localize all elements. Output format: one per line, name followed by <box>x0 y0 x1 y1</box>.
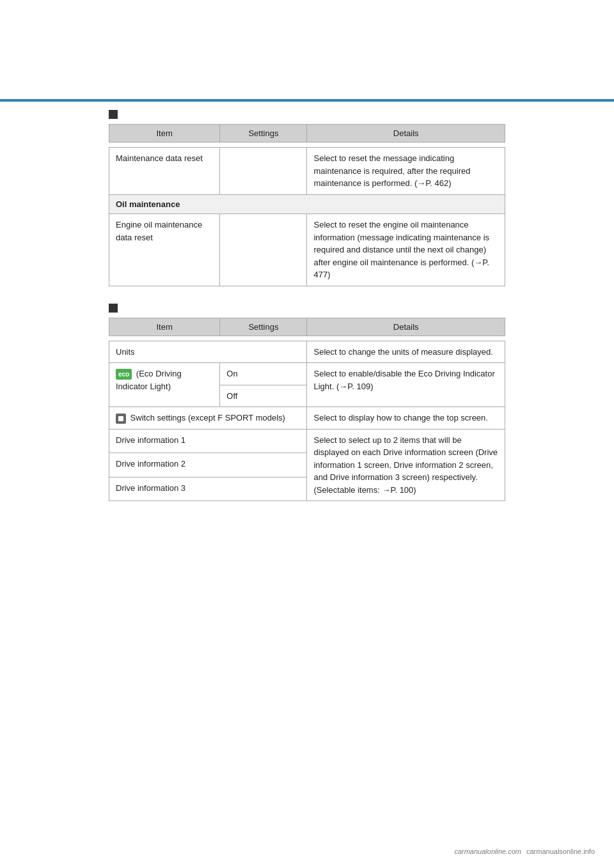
section-2-bullet <box>109 302 505 313</box>
table-row: Switch settings (except F SPORT models) … <box>109 407 505 430</box>
cell-drive-info-1: Drive information 1 <box>109 429 307 453</box>
bullet-icon-1 <box>109 110 118 119</box>
table-row <box>109 336 505 341</box>
header-details-2: Details <box>307 318 505 336</box>
bullet-icon-2 <box>109 304 118 313</box>
header-item-1: Item <box>109 125 220 143</box>
header-item-2: Item <box>109 318 220 336</box>
cell-details: Select to change the units of measure di… <box>307 341 505 363</box>
cell-item: Maintenance data reset <box>109 148 220 195</box>
top-accent-line <box>0 99 614 102</box>
header-details-1: Details <box>307 125 505 143</box>
cell-settings-off: Off <box>220 385 307 407</box>
section-2-table: Item Settings Details Units Select to ch… <box>109 318 505 502</box>
cell-eco-driving: eco (Eco Driving Indicator Light) <box>109 363 220 407</box>
cell-settings <box>220 214 307 286</box>
table-row: Engine oil maintenance data reset Select… <box>109 214 505 286</box>
cell-section-header: Oil maintenance <box>109 194 505 214</box>
cell-switch-settings: Switch settings (except F SPORT models) <box>109 407 307 430</box>
cell-details-switch: Select to display how to change the top … <box>307 407 505 430</box>
header-settings-2: Settings <box>220 318 307 336</box>
watermark-bar: carmanualonline.com carmanualsonline.inf… <box>454 848 595 855</box>
cell-details-eco: Select to enable/disable the Eco Driving… <box>307 363 505 407</box>
section-1: Item Settings Details Maintenance data r… <box>109 109 505 286</box>
cell-settings-on: On <box>220 363 307 385</box>
table-row: Units Select to change the units of meas… <box>109 341 505 363</box>
cell-details-drive-info: Select to select up to 2 items that will… <box>307 429 505 501</box>
table-row: Drive information 1 Select to select up … <box>109 429 505 453</box>
cell-drive-info-3: Drive information 3 <box>109 477 307 501</box>
table-row-section-header: Oil maintenance <box>109 194 505 214</box>
section-1-table: Item Settings Details Maintenance data r… <box>109 124 505 286</box>
switch-icon <box>116 414 126 424</box>
section-2: Item Settings Details Units Select to ch… <box>109 302 505 502</box>
cell-settings <box>220 148 307 195</box>
cell-item: Engine oil maintenance data reset <box>109 214 220 286</box>
watermark-logo: carmanualonline.com <box>454 848 521 855</box>
eco-driving-icon: eco <box>116 369 132 380</box>
header-settings-1: Settings <box>220 125 307 143</box>
cell-details: Select to reset the engine oil maintenan… <box>307 214 505 286</box>
table-row <box>109 143 505 148</box>
cell-item: Units <box>109 341 307 363</box>
section-1-bullet <box>109 109 505 119</box>
watermark-url: carmanualsonline.info <box>526 848 595 855</box>
table-row: Maintenance data reset Select to reset t… <box>109 148 505 195</box>
cell-details: Select to reset the message indicating m… <box>307 148 505 195</box>
cell-drive-info-2: Drive information 2 <box>109 453 307 477</box>
table-row: eco (Eco Driving Indicator Light) On Sel… <box>109 363 505 385</box>
page: Item Settings Details Maintenance data r… <box>0 0 614 868</box>
